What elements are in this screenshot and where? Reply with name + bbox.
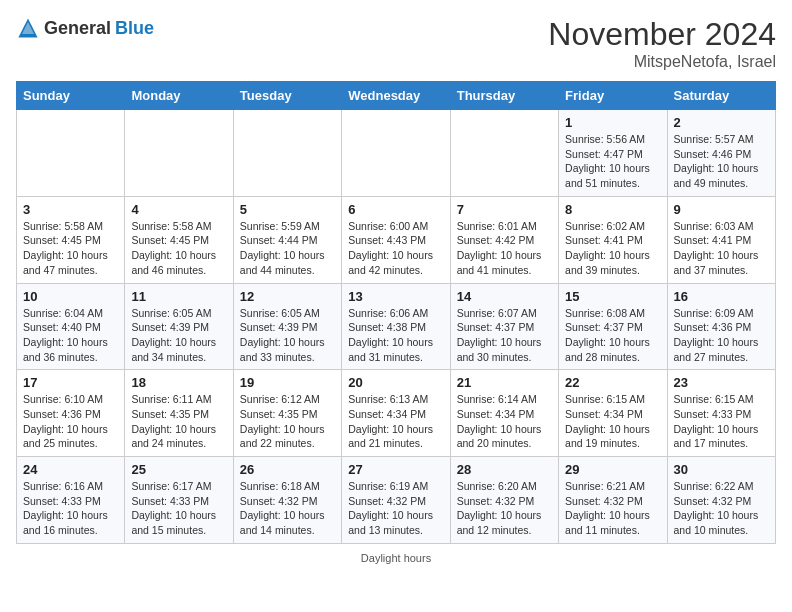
day-info: Sunrise: 6:12 AMSunset: 4:35 PMDaylight:…	[240, 392, 335, 451]
day-number: 2	[674, 115, 769, 130]
day-number: 6	[348, 202, 443, 217]
day-info: Sunrise: 5:59 AMSunset: 4:44 PMDaylight:…	[240, 219, 335, 278]
day-cell: 23Sunrise: 6:15 AMSunset: 4:33 PMDayligh…	[667, 370, 775, 457]
day-info: Sunrise: 6:05 AMSunset: 4:39 PMDaylight:…	[131, 306, 226, 365]
day-cell: 15Sunrise: 6:08 AMSunset: 4:37 PMDayligh…	[559, 283, 667, 370]
day-info: Sunrise: 6:08 AMSunset: 4:37 PMDaylight:…	[565, 306, 660, 365]
day-number: 28	[457, 462, 552, 477]
day-cell: 28Sunrise: 6:20 AMSunset: 4:32 PMDayligh…	[450, 457, 558, 544]
day-info: Sunrise: 6:22 AMSunset: 4:32 PMDaylight:…	[674, 479, 769, 538]
day-number: 16	[674, 289, 769, 304]
day-info: Sunrise: 6:07 AMSunset: 4:37 PMDaylight:…	[457, 306, 552, 365]
day-cell: 19Sunrise: 6:12 AMSunset: 4:35 PMDayligh…	[233, 370, 341, 457]
col-header-saturday: Saturday	[667, 82, 775, 110]
day-info: Sunrise: 5:57 AMSunset: 4:46 PMDaylight:…	[674, 132, 769, 191]
day-cell: 10Sunrise: 6:04 AMSunset: 4:40 PMDayligh…	[17, 283, 125, 370]
day-cell: 11Sunrise: 6:05 AMSunset: 4:39 PMDayligh…	[125, 283, 233, 370]
day-info: Sunrise: 6:11 AMSunset: 4:35 PMDaylight:…	[131, 392, 226, 451]
day-info: Sunrise: 6:16 AMSunset: 4:33 PMDaylight:…	[23, 479, 118, 538]
day-cell	[342, 110, 450, 197]
day-info: Sunrise: 6:13 AMSunset: 4:34 PMDaylight:…	[348, 392, 443, 451]
day-number: 3	[23, 202, 118, 217]
week-row-4: 17Sunrise: 6:10 AMSunset: 4:36 PMDayligh…	[17, 370, 776, 457]
day-info: Sunrise: 6:02 AMSunset: 4:41 PMDaylight:…	[565, 219, 660, 278]
day-info: Sunrise: 5:58 AMSunset: 4:45 PMDaylight:…	[23, 219, 118, 278]
location-subtitle: MitspeNetofa, Israel	[548, 53, 776, 71]
day-number: 29	[565, 462, 660, 477]
day-cell: 21Sunrise: 6:14 AMSunset: 4:34 PMDayligh…	[450, 370, 558, 457]
day-cell: 24Sunrise: 6:16 AMSunset: 4:33 PMDayligh…	[17, 457, 125, 544]
day-cell: 13Sunrise: 6:06 AMSunset: 4:38 PMDayligh…	[342, 283, 450, 370]
title-block: November 2024 MitspeNetofa, Israel	[548, 16, 776, 71]
day-cell: 4Sunrise: 5:58 AMSunset: 4:45 PMDaylight…	[125, 196, 233, 283]
day-info: Sunrise: 6:15 AMSunset: 4:33 PMDaylight:…	[674, 392, 769, 451]
day-info: Sunrise: 6:14 AMSunset: 4:34 PMDaylight:…	[457, 392, 552, 451]
day-number: 11	[131, 289, 226, 304]
week-row-3: 10Sunrise: 6:04 AMSunset: 4:40 PMDayligh…	[17, 283, 776, 370]
page-header: General Blue November 2024 MitspeNetofa,…	[16, 16, 776, 71]
day-info: Sunrise: 6:00 AMSunset: 4:43 PMDaylight:…	[348, 219, 443, 278]
header-row: SundayMondayTuesdayWednesdayThursdayFrid…	[17, 82, 776, 110]
day-number: 24	[23, 462, 118, 477]
day-cell: 17Sunrise: 6:10 AMSunset: 4:36 PMDayligh…	[17, 370, 125, 457]
day-cell: 8Sunrise: 6:02 AMSunset: 4:41 PMDaylight…	[559, 196, 667, 283]
day-info: Sunrise: 6:17 AMSunset: 4:33 PMDaylight:…	[131, 479, 226, 538]
day-number: 13	[348, 289, 443, 304]
day-info: Sunrise: 6:19 AMSunset: 4:32 PMDaylight:…	[348, 479, 443, 538]
day-cell: 2Sunrise: 5:57 AMSunset: 4:46 PMDaylight…	[667, 110, 775, 197]
day-number: 21	[457, 375, 552, 390]
day-info: Sunrise: 6:21 AMSunset: 4:32 PMDaylight:…	[565, 479, 660, 538]
day-cell: 9Sunrise: 6:03 AMSunset: 4:41 PMDaylight…	[667, 196, 775, 283]
logo: General Blue	[16, 16, 154, 40]
col-header-wednesday: Wednesday	[342, 82, 450, 110]
daylight-label: Daylight hours	[361, 552, 431, 564]
day-cell	[17, 110, 125, 197]
day-cell: 20Sunrise: 6:13 AMSunset: 4:34 PMDayligh…	[342, 370, 450, 457]
day-number: 8	[565, 202, 660, 217]
month-title: November 2024	[548, 16, 776, 53]
footer: Daylight hours	[16, 552, 776, 564]
day-info: Sunrise: 6:09 AMSunset: 4:36 PMDaylight:…	[674, 306, 769, 365]
day-info: Sunrise: 5:58 AMSunset: 4:45 PMDaylight:…	[131, 219, 226, 278]
day-number: 15	[565, 289, 660, 304]
col-header-sunday: Sunday	[17, 82, 125, 110]
day-info: Sunrise: 6:18 AMSunset: 4:32 PMDaylight:…	[240, 479, 335, 538]
day-cell	[125, 110, 233, 197]
day-cell	[233, 110, 341, 197]
day-cell: 14Sunrise: 6:07 AMSunset: 4:37 PMDayligh…	[450, 283, 558, 370]
day-number: 4	[131, 202, 226, 217]
day-number: 18	[131, 375, 226, 390]
day-info: Sunrise: 6:01 AMSunset: 4:42 PMDaylight:…	[457, 219, 552, 278]
day-number: 20	[348, 375, 443, 390]
day-info: Sunrise: 6:03 AMSunset: 4:41 PMDaylight:…	[674, 219, 769, 278]
day-info: Sunrise: 5:56 AMSunset: 4:47 PMDaylight:…	[565, 132, 660, 191]
day-number: 23	[674, 375, 769, 390]
day-info: Sunrise: 6:05 AMSunset: 4:39 PMDaylight:…	[240, 306, 335, 365]
day-info: Sunrise: 6:06 AMSunset: 4:38 PMDaylight:…	[348, 306, 443, 365]
day-cell: 18Sunrise: 6:11 AMSunset: 4:35 PMDayligh…	[125, 370, 233, 457]
day-cell: 30Sunrise: 6:22 AMSunset: 4:32 PMDayligh…	[667, 457, 775, 544]
day-cell: 6Sunrise: 6:00 AMSunset: 4:43 PMDaylight…	[342, 196, 450, 283]
day-cell: 7Sunrise: 6:01 AMSunset: 4:42 PMDaylight…	[450, 196, 558, 283]
col-header-monday: Monday	[125, 82, 233, 110]
day-cell: 27Sunrise: 6:19 AMSunset: 4:32 PMDayligh…	[342, 457, 450, 544]
week-row-2: 3Sunrise: 5:58 AMSunset: 4:45 PMDaylight…	[17, 196, 776, 283]
day-cell: 29Sunrise: 6:21 AMSunset: 4:32 PMDayligh…	[559, 457, 667, 544]
day-cell: 3Sunrise: 5:58 AMSunset: 4:45 PMDaylight…	[17, 196, 125, 283]
day-number: 27	[348, 462, 443, 477]
day-cell	[450, 110, 558, 197]
day-number: 19	[240, 375, 335, 390]
col-header-thursday: Thursday	[450, 82, 558, 110]
week-row-5: 24Sunrise: 6:16 AMSunset: 4:33 PMDayligh…	[17, 457, 776, 544]
day-cell: 12Sunrise: 6:05 AMSunset: 4:39 PMDayligh…	[233, 283, 341, 370]
col-header-friday: Friday	[559, 82, 667, 110]
day-cell: 25Sunrise: 6:17 AMSunset: 4:33 PMDayligh…	[125, 457, 233, 544]
day-cell: 16Sunrise: 6:09 AMSunset: 4:36 PMDayligh…	[667, 283, 775, 370]
day-number: 5	[240, 202, 335, 217]
day-number: 22	[565, 375, 660, 390]
day-cell: 5Sunrise: 5:59 AMSunset: 4:44 PMDaylight…	[233, 196, 341, 283]
day-number: 25	[131, 462, 226, 477]
day-info: Sunrise: 6:10 AMSunset: 4:36 PMDaylight:…	[23, 392, 118, 451]
col-header-tuesday: Tuesday	[233, 82, 341, 110]
day-info: Sunrise: 6:20 AMSunset: 4:32 PMDaylight:…	[457, 479, 552, 538]
